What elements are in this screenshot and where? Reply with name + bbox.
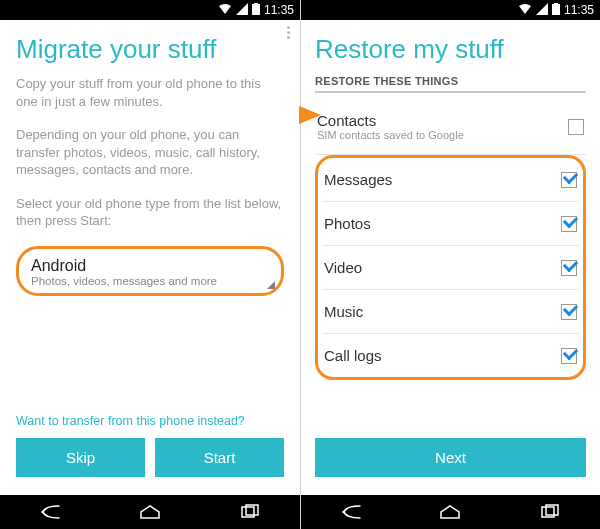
item-label: Messages — [324, 171, 392, 188]
dropdown-selected-label: Android — [31, 257, 269, 275]
overflow-menu-icon[interactable] — [287, 26, 290, 39]
svg-rect-1 — [254, 3, 258, 4]
nav-home-icon[interactable] — [130, 502, 170, 522]
restore-item-messages[interactable]: Messages — [322, 158, 579, 202]
next-button[interactable]: Next — [315, 438, 586, 477]
item-label: Call logs — [324, 347, 382, 364]
transfer-instead-link[interactable]: Want to transfer from this phone instead… — [16, 414, 284, 428]
button-row: Next — [315, 438, 586, 477]
status-bar: 11:35 — [301, 0, 600, 20]
nav-back-icon[interactable] — [30, 502, 70, 522]
svg-rect-0 — [252, 4, 260, 15]
nav-bar — [0, 495, 300, 529]
nav-home-icon[interactable] — [430, 502, 470, 522]
skip-button[interactable]: Skip — [16, 438, 145, 477]
page-title: Migrate your stuff — [16, 34, 284, 65]
checkbox[interactable] — [561, 348, 577, 364]
svg-rect-5 — [554, 3, 558, 4]
checkbox[interactable] — [561, 216, 577, 232]
highlighted-items-group: Messages Photos Video Music Call logs — [315, 155, 586, 380]
checkbox[interactable] — [561, 304, 577, 320]
content-right: Restore my stuff RESTORE THESE THINGS Co… — [301, 20, 600, 495]
nav-bar — [301, 495, 600, 529]
status-bar: 11:35 — [0, 0, 300, 20]
signal-icon — [236, 3, 248, 18]
wifi-icon — [518, 3, 532, 18]
item-label: Video — [324, 259, 362, 276]
section-divider — [315, 91, 586, 93]
restore-item-photos[interactable]: Photos — [322, 202, 579, 246]
checkbox[interactable] — [568, 119, 584, 135]
intro-paragraph-2: Depending on your old phone, you can tra… — [16, 126, 284, 179]
restore-item-music[interactable]: Music — [322, 290, 579, 334]
start-button[interactable]: Start — [155, 438, 284, 477]
section-header: RESTORE THESE THINGS — [315, 75, 586, 87]
item-sublabel: SIM contacts saved to Google — [317, 129, 464, 141]
wifi-icon — [218, 3, 232, 18]
status-time: 11:35 — [564, 3, 594, 17]
phone-right: 11:35 Restore my stuff RESTORE THESE THI… — [300, 0, 600, 529]
item-label: Photos — [324, 215, 371, 232]
checkbox[interactable] — [561, 260, 577, 276]
signal-icon — [536, 3, 548, 18]
page-title: Restore my stuff — [315, 34, 586, 65]
spinner-handle-icon — [267, 281, 275, 289]
nav-back-icon[interactable] — [331, 502, 371, 522]
battery-icon — [252, 3, 260, 18]
nav-recent-icon[interactable] — [530, 502, 570, 522]
phone-type-dropdown[interactable]: Android Photos, videos, messages and mor… — [16, 246, 284, 296]
phone-left: 11:35 Migrate your stuff Copy your stuff… — [0, 0, 300, 529]
button-row: Skip Start — [16, 438, 284, 477]
intro-paragraph-1: Copy your stuff from your old phone to t… — [16, 75, 284, 110]
restore-item-call-logs[interactable]: Call logs — [322, 334, 579, 377]
restore-item-contacts[interactable]: Contacts SIM contacts saved to Google — [315, 99, 586, 155]
svg-rect-4 — [552, 4, 560, 15]
battery-icon — [552, 3, 560, 18]
item-label: Contacts — [317, 112, 464, 129]
item-label: Music — [324, 303, 363, 320]
instruction-paragraph: Select your old phone type from the list… — [16, 195, 284, 230]
dropdown-selected-sub: Photos, videos, messages and more — [31, 275, 269, 287]
status-time: 11:35 — [264, 3, 294, 17]
content-left: Migrate your stuff Copy your stuff from … — [0, 20, 300, 495]
nav-recent-icon[interactable] — [230, 502, 270, 522]
restore-item-video[interactable]: Video — [322, 246, 579, 290]
checkbox[interactable] — [561, 172, 577, 188]
annotation-arrow-icon — [299, 106, 321, 124]
